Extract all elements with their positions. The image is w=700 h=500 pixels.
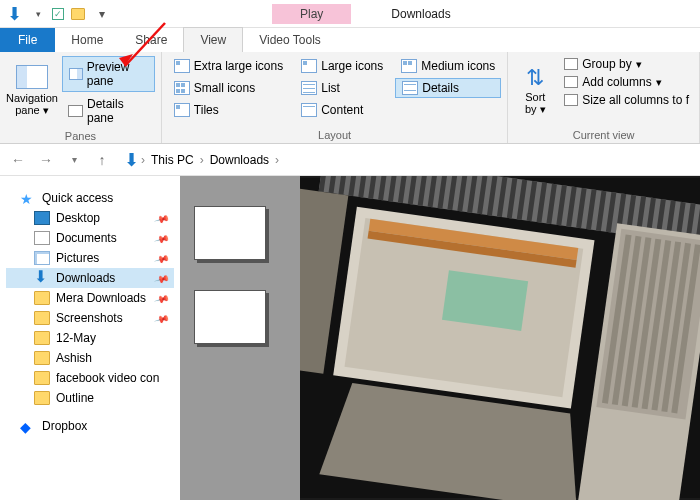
group-label-current-view: Current view: [514, 127, 693, 141]
preview-image: [300, 176, 700, 500]
sidebar-item-ashish[interactable]: Ashish: [6, 348, 174, 368]
thumbnail-1[interactable]: [194, 206, 266, 260]
nav-forward-button[interactable]: →: [34, 148, 58, 172]
details-pane-icon: [68, 105, 83, 117]
quick-access-header[interactable]: ★ Quick access: [6, 188, 174, 208]
address-bar: ← → ▾ ↑ ⬇ › This PC › Downloads ›: [0, 144, 700, 176]
layout-tiles[interactable]: Tiles: [168, 100, 289, 120]
layout-details[interactable]: Details: [395, 78, 501, 98]
navigation-tree[interactable]: ★ Quick access Desktop📌 Documents📌 Pictu…: [0, 176, 180, 500]
breadcrumb-downloads[interactable]: Downloads: [206, 151, 273, 169]
folder-icon: [34, 291, 50, 305]
layout-medium-icons[interactable]: Medium icons: [395, 56, 501, 76]
sidebar-item-outline[interactable]: Outline: [6, 388, 174, 408]
tab-file[interactable]: File: [0, 28, 55, 52]
nav-up-button[interactable]: ↑: [90, 148, 114, 172]
navigation-pane-label: Navigationpane ▾: [6, 92, 58, 116]
details-pane-label: Details pane: [87, 97, 149, 125]
layout-list[interactable]: List: [295, 78, 389, 98]
pictures-icon: [34, 251, 50, 265]
group-by-icon: [564, 58, 578, 70]
folder-icon: [34, 351, 50, 365]
tab-video-tools[interactable]: Video Tools: [243, 28, 337, 52]
navigation-pane-icon: [16, 65, 48, 89]
contextual-tab-header: Play Downloads: [272, 4, 451, 24]
pin-icon: 📌: [154, 250, 170, 266]
layout-small-icons[interactable]: Small icons: [168, 78, 289, 98]
location-icon: ⬇: [124, 149, 139, 171]
size-columns-icon: [564, 94, 578, 106]
layout-content[interactable]: Content: [295, 100, 389, 120]
layout-large-icons[interactable]: Large icons: [295, 56, 389, 76]
documents-icon: [34, 231, 50, 245]
layout-extra-large-icons[interactable]: Extra large icons: [168, 56, 289, 76]
preview-pane-icon: [69, 68, 83, 80]
pin-icon: 📌: [154, 290, 170, 306]
nav-back-button[interactable]: ←: [6, 148, 30, 172]
ribbon-group-panes: Navigationpane ▾ Preview pane Details pa…: [0, 52, 162, 143]
tab-home[interactable]: Home: [55, 28, 119, 52]
pin-icon: 📌: [154, 230, 170, 246]
medium-icon: [401, 59, 417, 73]
details-pane-button[interactable]: Details pane: [62, 94, 155, 128]
title-bar: ⬇ ▾ ✓ ▾ Play Downloads: [0, 0, 700, 28]
ribbon-tabstrip: File Home Share View Video Tools: [0, 28, 700, 52]
qat-properties-icon[interactable]: ✓: [52, 8, 64, 20]
chevron-right-icon[interactable]: ›: [141, 153, 145, 167]
group-label-layout: Layout: [168, 127, 501, 141]
breadcrumb[interactable]: ⬇ › This PC › Downloads ›: [124, 149, 279, 171]
sidebar-item-screenshots[interactable]: Screenshots📌: [6, 308, 174, 328]
dropbox-header[interactable]: ◆ Dropbox: [6, 416, 174, 436]
folder-icon: [34, 391, 50, 405]
sidebar-item-mera-downloads[interactable]: Mera Downloads📌: [6, 288, 174, 308]
folder-icon: [34, 311, 50, 325]
navigation-pane-button[interactable]: Navigationpane ▾: [6, 56, 58, 124]
preview-pane-label: Preview pane: [87, 60, 148, 88]
window-title: Downloads: [391, 7, 450, 21]
qat-overflow-icon[interactable]: ▾: [92, 4, 112, 24]
thumbnail-strip[interactable]: [180, 176, 300, 500]
context-play-label: Play: [272, 4, 351, 24]
list-icon: [301, 81, 317, 95]
tab-view[interactable]: View: [183, 27, 243, 52]
folder-icon: [34, 331, 50, 345]
pin-icon: 📌: [154, 310, 170, 326]
sort-by-button[interactable]: ⇅ Sortby ▾: [514, 56, 556, 124]
sidebar-item-downloads[interactable]: ⬇Downloads📌: [6, 268, 174, 288]
qat-folder-icon[interactable]: [68, 4, 88, 24]
large-icon: [301, 59, 317, 73]
content-icon: [301, 103, 317, 117]
sidebar-item-pictures[interactable]: Pictures📌: [6, 248, 174, 268]
details-icon: [402, 81, 418, 95]
ribbon: Navigationpane ▾ Preview pane Details pa…: [0, 52, 700, 144]
sidebar-item-desktop[interactable]: Desktop📌: [6, 208, 174, 228]
add-columns-button[interactable]: Add columns ▾: [560, 74, 693, 90]
extra-large-icon: [174, 59, 190, 73]
add-columns-icon: [564, 76, 578, 88]
pin-icon: 📌: [154, 210, 170, 226]
sidebar-item-documents[interactable]: Documents📌: [6, 228, 174, 248]
tiles-icon: [174, 103, 190, 117]
breadcrumb-this-pc[interactable]: This PC: [147, 151, 198, 169]
sort-icon: ⇅: [526, 65, 544, 91]
group-label-panes: Panes: [6, 128, 155, 142]
preview-pane: [300, 176, 700, 500]
dropbox-icon: ◆: [20, 419, 36, 433]
small-icon: [174, 81, 190, 95]
star-icon: ★: [20, 191, 36, 205]
sidebar-item-12-may[interactable]: 12-May: [6, 328, 174, 348]
preview-pane-button[interactable]: Preview pane: [62, 56, 155, 92]
chevron-right-icon[interactable]: ›: [275, 153, 279, 167]
group-by-button[interactable]: Group by ▾: [560, 56, 693, 72]
chevron-right-icon[interactable]: ›: [200, 153, 204, 167]
pin-icon: 📌: [154, 270, 170, 286]
sidebar-item-facebook-video[interactable]: facebook video con: [6, 368, 174, 388]
size-columns-button[interactable]: Size all columns to f: [560, 92, 693, 108]
sort-label: Sortby ▾: [525, 91, 546, 115]
ribbon-group-current-view: ⇅ Sortby ▾ Group by ▾ Add columns ▾ Size…: [508, 52, 700, 143]
ribbon-group-layout: Extra large icons Large icons Medium ico…: [162, 52, 508, 143]
qat-dropdown-icon[interactable]: ▾: [28, 4, 48, 24]
thumbnail-2[interactable]: [194, 290, 266, 344]
tab-share[interactable]: Share: [119, 28, 183, 52]
nav-recent-dropdown[interactable]: ▾: [62, 148, 86, 172]
